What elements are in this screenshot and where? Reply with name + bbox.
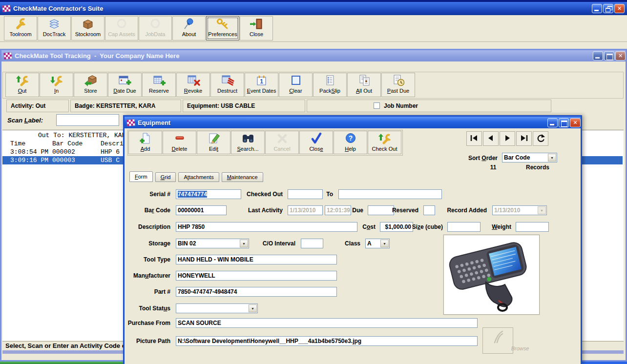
tracking-toolbar-button-store[interactable]: Store xyxy=(74,73,107,97)
weight-input[interactable] xyxy=(516,222,549,232)
sort-order-select[interactable]: Bar Code xyxy=(502,153,557,162)
last-activity-label: Last Activity xyxy=(248,207,283,214)
tracking-toolbar-button-reserve[interactable]: Reserve xyxy=(142,73,176,97)
picture-path-input[interactable]: N:\Software Development\Honeywell__HHP__… xyxy=(176,336,478,346)
tool-type-input[interactable]: HAND HELD - WIN MOBILE xyxy=(176,255,337,264)
purchase-from-input[interactable]: SCAN SOURCE xyxy=(176,318,478,328)
last-activity-time-input: 12:01:39 xyxy=(325,205,351,215)
equipment-minimize-button[interactable] xyxy=(547,118,558,127)
bar-code-input[interactable]: 00000001 xyxy=(176,205,227,215)
nav-button-next[interactable] xyxy=(500,131,515,146)
toolbar-button-icon xyxy=(197,132,230,145)
chevron-down-icon[interactable] xyxy=(249,304,257,312)
tracking-toolbar-button-in[interactable]: In xyxy=(40,73,73,97)
suite-toolbar-button-preferences[interactable]: Preferences xyxy=(206,16,239,40)
tracking-toolbar-button-date-due[interactable]: Date Due xyxy=(108,73,142,97)
start-button-edge[interactable] xyxy=(0,362,142,364)
reserved-input[interactable] xyxy=(423,205,435,215)
menu-help[interactable] xyxy=(48,66,57,68)
equipment-toolbar-button-add[interactable]: Add xyxy=(128,131,162,154)
co-interval-input[interactable] xyxy=(301,239,323,248)
equipment-toolbar-button-close[interactable]: Close xyxy=(299,131,333,154)
equipment-toolbar-button-check-out[interactable]: Check Out xyxy=(368,131,401,154)
nav-icon xyxy=(502,134,513,144)
tab-maintenance[interactable]: Maintenance xyxy=(222,172,263,182)
tracking-minimize-button[interactable] xyxy=(593,51,603,61)
suite-titlebar[interactable]: CheckMate Contractor's Suite xyxy=(0,2,627,15)
nav-icon xyxy=(469,134,480,144)
purchase-from-label: Purchase From xyxy=(128,320,170,326)
record-count: 11 xyxy=(483,164,503,171)
tracking-toolbar-button-event-dates[interactable]: 1 Event Dates xyxy=(245,73,278,97)
tracking-toolbar-button-revoke[interactable]: Revoke xyxy=(176,73,210,97)
menu-file[interactable] xyxy=(4,66,13,68)
tracking-maximize-button[interactable] xyxy=(604,51,614,61)
toolbar-button-icon xyxy=(108,74,141,87)
chevron-down-icon[interactable] xyxy=(548,154,556,162)
serial-input[interactable]: 747474774 xyxy=(176,189,241,199)
tracking-toolbar-button-clear[interactable]: Clear xyxy=(279,73,313,97)
toolbar-button-icon xyxy=(72,17,104,31)
equipment-toolbar-button-delete[interactable]: Delete xyxy=(163,131,196,154)
suite-toolbar-button-stockroom[interactable]: Stockroom xyxy=(71,16,104,40)
to-input[interactable] xyxy=(338,189,442,199)
chevron-down-icon[interactable] xyxy=(240,240,248,247)
toolbar-button-icon xyxy=(139,17,171,31)
nav-button-first[interactable] xyxy=(466,131,482,146)
cost-input[interactable]: $1,000.00 xyxy=(380,222,413,232)
toolbar-button-icon: 1 xyxy=(245,74,278,87)
menu-custom-views[interactable] xyxy=(22,66,31,68)
menu-maintenance[interactable] xyxy=(13,66,22,68)
equipment-titlebar[interactable]: Equipment xyxy=(125,117,581,128)
toolbar-button-icon xyxy=(177,74,209,87)
part-number-input[interactable]: 7850-474747-4948474 xyxy=(176,287,337,297)
suite-toolbar-button-toolroom[interactable]: Toolroom xyxy=(4,16,37,40)
equipment-toolbar-button-edit[interactable]: Edit xyxy=(197,131,230,154)
tracking-titlebar[interactable]: CheckMate Tool Tracking - Your Company N… xyxy=(1,50,626,61)
scan-input[interactable] xyxy=(56,114,119,126)
bar-code-label: Bar Code xyxy=(145,207,170,214)
menu-utilities[interactable] xyxy=(40,66,48,68)
due-input[interactable] xyxy=(368,205,394,215)
suite-toolbar-button-jobdata[interactable]: JobData xyxy=(139,16,172,40)
suite-minimize-button[interactable] xyxy=(592,4,602,13)
checked-out-input[interactable] xyxy=(288,189,323,199)
suite-toolbar-button-cap-assets[interactable]: Cap Assets xyxy=(105,16,138,40)
description-input[interactable]: HHP 7850 xyxy=(176,222,357,232)
tab-attachments[interactable]: Attachments xyxy=(178,172,219,182)
storage-select[interactable]: BIN 02 xyxy=(176,239,249,248)
suite-toolbar-button-doctrack[interactable]: DocTrack xyxy=(38,16,71,40)
tracking-toolbar-button-out[interactable]: Out xyxy=(5,73,39,97)
class-select[interactable]: A xyxy=(365,239,390,248)
tracking-toolbar-button-all-out[interactable]: All Out xyxy=(347,73,381,97)
equipment-toolbar-button-cancel[interactable]: Cancel xyxy=(265,131,299,154)
nav-button-last[interactable] xyxy=(516,131,532,146)
tracking-toolbar-button-packslip[interactable]: PackSlip xyxy=(313,73,347,97)
tab-form[interactable]: Form xyxy=(129,171,153,182)
suite-toolbar-button-about[interactable]: About xyxy=(172,16,206,40)
suite-restore-button[interactable] xyxy=(603,4,613,13)
nav-button-refresh[interactable] xyxy=(533,131,548,146)
manufacturer-input[interactable]: HONEYWELL xyxy=(176,271,337,281)
equipment-toolbar-button-search[interactable]: Search... xyxy=(231,131,265,154)
tool-status-select[interactable] xyxy=(176,303,258,313)
equipment-maximize-button[interactable] xyxy=(559,118,569,127)
equipment-toolbar-button-help[interactable]: ? Help xyxy=(334,131,367,154)
job-number-checkbox[interactable] xyxy=(374,102,380,109)
tracking-toolbar-button-past-due[interactable]: Past Due xyxy=(381,73,415,97)
tab-grid[interactable]: Grid xyxy=(155,172,176,182)
equipment-close-button[interactable] xyxy=(570,118,581,127)
tracking-toolbar-button-destruct[interactable]: Destruct xyxy=(210,73,244,97)
toolbar-button-icon xyxy=(40,74,73,87)
chevron-down-icon[interactable] xyxy=(380,240,389,247)
suite-close-button[interactable] xyxy=(614,4,625,13)
size-cube-input[interactable] xyxy=(447,222,481,232)
nav-button-previous[interactable] xyxy=(483,131,499,146)
tracking-title: CheckMate Tool Tracking - Your Company N… xyxy=(15,52,179,60)
suite-toolbar-button-close[interactable]: Close xyxy=(240,16,273,40)
browse-button[interactable]: Browse xyxy=(482,327,513,354)
badge-panel: Badge: KERSTETTER, KARA xyxy=(70,100,181,112)
toolbar-button-icon xyxy=(279,74,312,87)
tracking-close-button[interactable] xyxy=(615,51,626,61)
menu-reports[interactable] xyxy=(31,66,40,68)
